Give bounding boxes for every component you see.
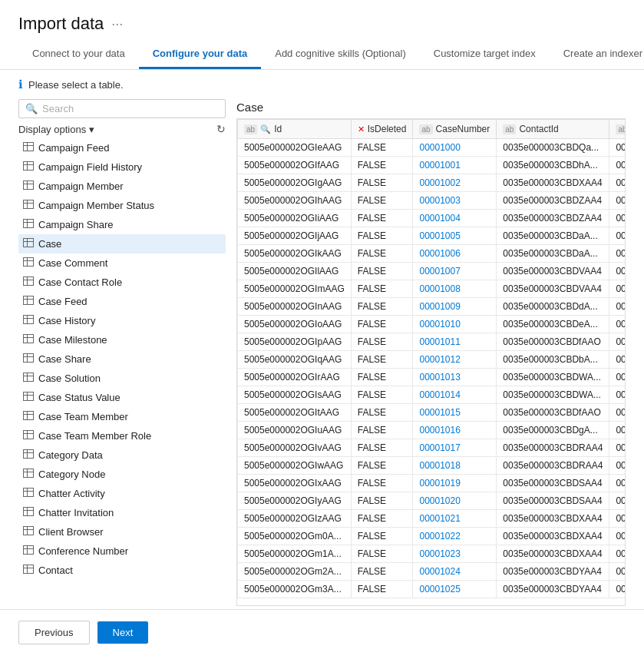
list-item-case-share[interactable]: Case Share: [18, 349, 226, 369]
column-search-icon[interactable]: 🔍: [260, 124, 271, 134]
data-table-wrapper[interactable]: ab🔍Id✕IsDeletedabCaseNumberabContactIdab…: [236, 118, 626, 606]
cell-contact: 0035e000003CBDaA...: [497, 227, 609, 245]
cell-casenum: 00001005: [413, 227, 497, 245]
table-row[interactable]: 5005e000002OGIyAAGFALSE000010200035e0000…: [238, 492, 626, 510]
list-item-client-browser[interactable]: Client Browser: [18, 522, 226, 541]
list-item-label: Case Team Member Role: [38, 430, 151, 442]
table-row[interactable]: 5005e000002OGIgAAGFALSE000010020035e0000…: [238, 174, 626, 192]
table-list-icon: [23, 161, 34, 173]
cell-id: 5005e000002OGIqAAG: [238, 351, 352, 369]
cell-contact: 0035e000003CBDSAA4: [497, 492, 609, 510]
cell-casenum: 00001012: [413, 351, 497, 369]
table-row[interactable]: 5005e000002OGm1A...FALSE000010230035e000…: [238, 545, 626, 563]
wizard-tab-connect[interactable]: Connect to your data: [18, 40, 139, 69]
cell-id: 5005e000002OGIeAAG: [238, 139, 352, 157]
wizard-tab-indexer[interactable]: Create an indexer: [550, 40, 644, 69]
list-item-campaign-share[interactable]: Campaign Share: [18, 215, 226, 234]
wizard-tab-customize[interactable]: Customize target index: [420, 40, 550, 69]
cell-casenum: 00001016: [413, 422, 497, 439]
table-row[interactable]: 5005e000002OGIvAAGFALSE000010170035e0000…: [238, 439, 626, 457]
list-item-campaign-member[interactable]: Campaign Member: [18, 177, 226, 196]
cell-casenum: 00001009: [413, 298, 497, 316]
cell-deleted: FALSE: [351, 280, 413, 298]
list-item-case-comment[interactable]: Case Comment: [18, 253, 226, 273]
table-row[interactable]: 5005e000002OGInAAGFALSE000010090035e0000…: [238, 298, 626, 316]
cell-deleted: FALSE: [351, 139, 413, 157]
table-row[interactable]: 5005e000002OGIhAAGFALSE000010030035e0000…: [238, 192, 626, 210]
list-item-category-data[interactable]: Category Data: [18, 445, 226, 465]
wizard-tab-configure[interactable]: Configure your data: [139, 40, 262, 69]
list-item-case-team-member[interactable]: Case Team Member: [18, 407, 226, 426]
table-list-icon: [23, 469, 34, 480]
cell-deleted: FALSE: [351, 227, 413, 245]
list-item-case-solution[interactable]: Case Solution: [18, 369, 226, 388]
list-item-label: Chatter Activity: [38, 488, 105, 499]
table-row[interactable]: 5005e000002OGItAAGFALSE000010150035e0000…: [238, 404, 626, 422]
cell-id: 5005e000002OGIfAAG: [238, 157, 352, 174]
page-menu-icon[interactable]: ···: [111, 16, 123, 32]
list-item-label: Campaign Field History: [38, 161, 142, 173]
chevron-down-icon: ▾: [89, 124, 94, 135]
table-row[interactable]: 5005e000002OGIjAAGFALSE000010050035e0000…: [238, 227, 626, 245]
cell-deleted: FALSE: [351, 563, 413, 581]
cell-account: 0015e000004uFMWA...: [609, 386, 626, 404]
cell-contact: 0035e000003CBDXAA4: [497, 510, 609, 528]
search-input[interactable]: [42, 103, 219, 114]
table-row[interactable]: 5005e000002OGm2A...FALSE000010240035e000…: [238, 563, 626, 581]
list-item-chatter-activity[interactable]: Chatter Activity: [18, 484, 226, 503]
table-row[interactable]: 5005e000002OGIkAAGFALSE000010060035e0000…: [238, 245, 626, 263]
list-item-case-contact-role[interactable]: Case Contact Role: [18, 273, 226, 292]
list-item-label: Case Comment: [38, 257, 107, 269]
table-row[interactable]: 5005e000002OGIzAAGFALSE000010210035e0000…: [238, 510, 626, 528]
table-row[interactable]: 5005e000002OGIfAAGFALSE000010010035e0000…: [238, 157, 626, 174]
display-options-button[interactable]: Display options ▾: [18, 124, 94, 135]
search-icon: 🔍: [25, 103, 38, 114]
table-row[interactable]: 5005e000002OGIwAAGFALSE000010180035e0000…: [238, 457, 626, 475]
list-item-case-team-member-role[interactable]: Case Team Member Role: [18, 426, 226, 445]
cell-account: 0015e000004uFMMA...: [609, 439, 626, 457]
list-item-campaign-feed[interactable]: Campaign Feed: [18, 138, 226, 157]
search-box[interactable]: 🔍: [18, 99, 226, 118]
list-item-label: Conference Number: [38, 545, 128, 557]
table-row[interactable]: 5005e000002OGImAAGFALSE000010080035e0000…: [238, 280, 626, 298]
cell-id: 5005e000002OGInAAG: [238, 298, 352, 316]
cell-contact: 0035e000003CBDRAA4: [497, 439, 609, 457]
table-row[interactable]: 5005e000002OGm3A...FALSE000010250035e000…: [238, 581, 626, 598]
list-item-case[interactable]: Case: [18, 234, 226, 253]
list-item-case-milestone[interactable]: Case Milestone: [18, 330, 226, 349]
list-item-case-history[interactable]: Case History: [18, 311, 226, 330]
cell-deleted: FALSE: [351, 386, 413, 404]
table-list-icon: [23, 565, 34, 576]
cell-deleted: FALSE: [351, 492, 413, 510]
cell-casenum: 00001018: [413, 457, 497, 475]
table-row[interactable]: 5005e000002OGIeAAGFALSE000010000035e0000…: [238, 139, 626, 157]
table-row[interactable]: 5005e000002OGIpAAGFALSE000010110035e0000…: [238, 333, 626, 351]
list-item-campaign-field-history[interactable]: Campaign Field History: [18, 157, 226, 177]
table-list-icon: [23, 219, 34, 230]
table-row[interactable]: 5005e000002OGIsAAGFALSE000010140035e0000…: [238, 386, 626, 404]
table-row[interactable]: 5005e000002OGIrAAGFALSE000010130035e0000…: [238, 369, 626, 386]
list-item-category-node[interactable]: Category Node: [18, 465, 226, 484]
list-item-case-feed[interactable]: Case Feed: [18, 292, 226, 311]
refresh-icon[interactable]: ↻: [216, 123, 226, 135]
cell-contact: 0035e000003CBDVAA4: [497, 280, 609, 298]
table-row[interactable]: 5005e000002OGm0A...FALSE000010220035e000…: [238, 528, 626, 545]
list-item-conference-number[interactable]: Conference Number: [18, 541, 226, 561]
table-list-icon: [23, 142, 34, 154]
table-row[interactable]: 5005e000002OGIlAAGFALSE000010070035e0000…: [238, 263, 626, 280]
table-row[interactable]: 5005e000002OGIiAAGFALSE000010040035e0000…: [238, 210, 626, 227]
list-item-case-status-value[interactable]: Case Status Value: [18, 388, 226, 407]
cell-deleted: FALSE: [351, 351, 413, 369]
table-row[interactable]: 5005e000002OGIoAAGFALSE000010100035e0000…: [238, 316, 626, 333]
next-button[interactable]: Next: [97, 621, 149, 644]
list-item-contact[interactable]: Contact: [18, 561, 226, 580]
table-row[interactable]: 5005e000002OGIqAAGFALSE000010120035e0000…: [238, 351, 626, 369]
list-item-chatter-invitation[interactable]: Chatter Invitation: [18, 503, 226, 522]
info-message: Please select a table.: [28, 79, 124, 91]
previous-button[interactable]: Previous: [18, 621, 90, 644]
table-row[interactable]: 5005e000002OGIuAAGFALSE000010160035e0000…: [238, 422, 626, 439]
list-item-campaign-member-status[interactable]: Campaign Member Status: [18, 196, 226, 215]
table-row[interactable]: 5005e000002OGIxAAGFALSE000010190035e0000…: [238, 475, 626, 492]
wizard-tab-cognitive[interactable]: Add cognitive skills (Optional): [261, 40, 420, 69]
list-item-label: Case History: [38, 315, 95, 326]
